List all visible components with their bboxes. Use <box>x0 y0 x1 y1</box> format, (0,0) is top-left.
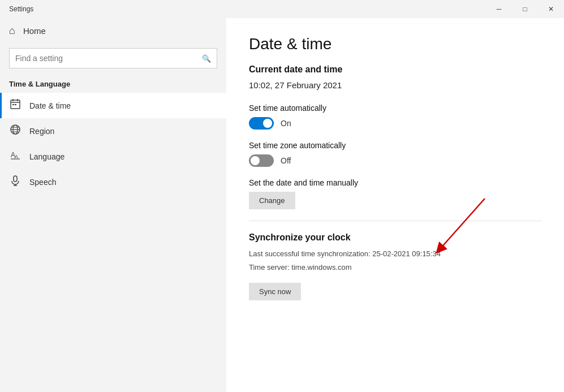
sidebar: ⌂ Home 🔍 Time & Language Date & ti <box>0 18 226 392</box>
title-bar: Settings ─ □ ✕ <box>0 0 564 18</box>
set-time-auto-row: Set time automatically On <box>249 104 541 130</box>
set-timezone-auto-status: Off <box>281 156 291 165</box>
last-sync-text: Last successful time synchronization: 25… <box>249 248 541 260</box>
date-time-label: Date & time <box>29 101 71 110</box>
svg-rect-4 <box>12 104 14 105</box>
sidebar-item-date-time[interactable]: Date & time <box>0 93 226 118</box>
speech-label: Speech <box>29 178 56 187</box>
sync-clock-section: Synchronize your clock Last successful t… <box>249 232 541 300</box>
set-time-auto-toggle-row: On <box>249 117 541 130</box>
sidebar-section-label: Time & Language <box>0 75 226 93</box>
divider <box>249 221 541 221</box>
search-icon: 🔍 <box>202 54 211 63</box>
set-time-auto-toggle[interactable] <box>249 117 274 130</box>
set-timezone-auto-toggle[interactable] <box>249 154 274 167</box>
toggle-knob-tz <box>251 156 260 165</box>
change-button[interactable]: Change <box>249 192 295 209</box>
speech-icon <box>9 175 21 189</box>
set-manually-label: Set the date and time manually <box>249 178 541 187</box>
sidebar-item-home[interactable]: ⌂ Home <box>0 18 226 44</box>
content-area: Date & time Current date and time 10:02,… <box>226 18 564 392</box>
app-title: Settings <box>9 5 33 13</box>
current-date-section-heading: Current date and time <box>249 64 541 75</box>
close-button[interactable]: ✕ <box>538 0 564 18</box>
region-icon <box>9 124 21 138</box>
home-icon: ⌂ <box>9 25 15 37</box>
sidebar-item-region[interactable]: Region <box>0 118 226 144</box>
sync-clock-label: Synchronize your clock <box>249 232 541 243</box>
set-time-auto-label: Set time automatically <box>249 104 541 113</box>
window-controls: ─ □ ✕ <box>486 0 564 18</box>
sidebar-item-language[interactable]: A A Language <box>0 144 226 169</box>
region-label: Region <box>29 127 54 136</box>
current-date-time: 10:02, 27 February 2021 <box>249 80 541 90</box>
set-time-auto-status: On <box>281 119 291 128</box>
search-box[interactable]: 🔍 <box>9 48 217 68</box>
set-manually-row: Set the date and time manually Change <box>249 178 541 209</box>
time-server-text: Time server: time.windows.com <box>249 262 541 273</box>
search-input[interactable] <box>15 54 197 63</box>
svg-rect-14 <box>14 176 17 182</box>
sync-now-button[interactable]: Sync now <box>249 283 301 300</box>
home-label: Home <box>23 26 46 36</box>
svg-rect-5 <box>15 104 16 105</box>
language-icon: A A <box>9 149 21 163</box>
page-title: Date & time <box>249 35 541 53</box>
set-timezone-auto-toggle-row: Off <box>249 154 541 167</box>
app-body: ⌂ Home 🔍 Time & Language Date & ti <box>0 18 564 392</box>
sidebar-item-speech[interactable]: Speech <box>0 169 226 195</box>
minimize-button[interactable]: ─ <box>486 0 512 18</box>
date-time-icon <box>9 98 21 113</box>
set-timezone-auto-label: Set time zone automatically <box>249 141 541 150</box>
maximize-button[interactable]: □ <box>512 0 538 18</box>
language-label: Language <box>29 152 64 161</box>
toggle-knob <box>263 119 272 128</box>
set-timezone-auto-row: Set time zone automatically Off <box>249 141 541 167</box>
